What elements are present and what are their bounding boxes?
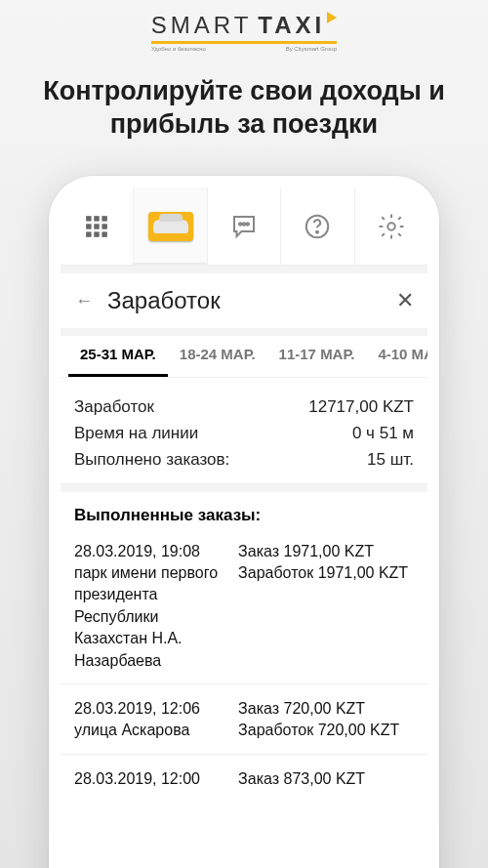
completed-title: Выполненные заказы: (61, 492, 427, 533)
brand-word-taxi: TAXI (258, 12, 337, 39)
brand-underline (151, 41, 337, 44)
order-time: 28.03.2019, 19:08 (74, 541, 230, 562)
grid-icon (84, 214, 109, 239)
week-tabs: 25-31 МАР. 18-24 МАР. 11-17 МАР. 4-10 МА… (61, 336, 427, 378)
back-arrow-icon: ← (75, 291, 93, 310)
week-tab[interactable]: 18-24 МАР. (168, 336, 267, 377)
top-tabbar (61, 187, 427, 266)
phone-mockup: ← Заработок ✕ 25-31 МАР. 18-24 МАР. 11-1… (49, 176, 439, 868)
tab-settings-button[interactable] (355, 187, 427, 265)
order-time: 28.03.2019, 12:06 (74, 698, 230, 720)
tab-chat-button[interactable] (208, 187, 281, 265)
order-item[interactable]: 28.03.2019, 12:00 Заказ 873,00 KZT (61, 761, 427, 796)
divider-strip (61, 266, 427, 273)
summary-earnings-value: 12717,00 KZT (308, 393, 414, 420)
brand-tagline-left: Удобно и безопасно (151, 46, 206, 52)
tab-grid-button[interactable] (61, 187, 134, 265)
week-tab[interactable]: 4-10 МАР. (366, 336, 427, 377)
svg-rect-7 (94, 231, 99, 236)
order-total: Заказ 1971,00 KZT (238, 541, 414, 562)
order-place: парк имени первого президента Республики… (74, 562, 230, 672)
close-button[interactable]: ✕ (390, 288, 414, 313)
svg-rect-2 (102, 216, 107, 221)
brand-word-smart: SMART (151, 12, 253, 39)
phone-screen: ← Заработок ✕ 25-31 МАР. 18-24 МАР. 11-1… (61, 187, 427, 868)
svg-point-14 (387, 223, 395, 230)
week-tab[interactable]: 11-17 МАР. (267, 336, 367, 377)
svg-point-10 (243, 223, 246, 226)
svg-point-13 (316, 230, 318, 232)
summary-done-label: Выполнено заказов: (74, 446, 229, 473)
order-earn: Заработок 1971,00 KZT (238, 562, 414, 672)
divider-strip (61, 328, 427, 336)
order-total: Заказ 873,00 KZT (238, 768, 414, 790)
car-icon (148, 212, 193, 241)
order-place: улица Аскарова (74, 720, 230, 741)
summary-earnings-label: Заработок (74, 393, 154, 420)
earnings-summary: Заработок 12717,00 KZT Время на линии 0 … (61, 378, 427, 484)
brand-tagline-right: By Citysmart Group (286, 46, 337, 52)
order-total: Заказ 720,00 KZT (238, 698, 414, 720)
brand-triangle-icon (327, 12, 337, 23)
svg-rect-4 (94, 224, 99, 228)
divider-strip (61, 484, 427, 492)
svg-rect-1 (94, 216, 99, 221)
svg-rect-5 (102, 224, 107, 228)
back-button[interactable]: ← (74, 291, 94, 311)
close-icon: ✕ (396, 288, 414, 312)
order-earn: Заработок 720,00 KZT (238, 720, 414, 741)
brand-logo: SMART TAXI Удобно и безопасно By Citysma… (0, 0, 488, 52)
svg-point-9 (239, 223, 242, 226)
order-divider (61, 683, 427, 684)
order-item[interactable]: 28.03.2019, 12:06 Заказ 720,00 KZT улица… (61, 690, 427, 748)
order-item[interactable]: 28.03.2019, 19:08 Заказ 1971,00 KZT парк… (61, 533, 427, 678)
order-divider (61, 754, 427, 755)
page-title: Заработок (107, 287, 390, 314)
summary-done-value: 15 шт. (367, 446, 414, 473)
summary-online-value: 0 ч 51 м (352, 420, 414, 446)
summary-online-label: Время на линии (74, 420, 198, 446)
svg-point-11 (247, 223, 250, 226)
svg-rect-6 (86, 231, 91, 236)
tab-help-button[interactable] (281, 187, 354, 265)
chat-icon (229, 212, 259, 241)
tab-car-button[interactable] (134, 187, 207, 265)
order-time: 28.03.2019, 12:00 (74, 768, 230, 790)
svg-rect-0 (86, 216, 91, 221)
week-tab[interactable]: 25-31 МАР. (68, 336, 168, 377)
svg-rect-8 (102, 231, 107, 236)
help-icon (303, 212, 332, 241)
gear-icon (377, 212, 406, 241)
svg-rect-3 (86, 224, 91, 228)
marketing-headline: Контролируйте свои доходы и прибыль за п… (0, 75, 488, 142)
